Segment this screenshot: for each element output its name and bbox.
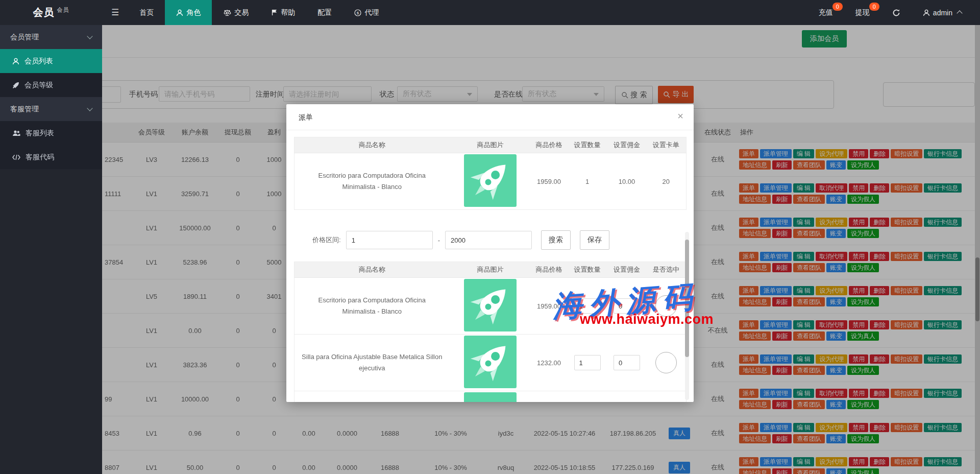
price-range-label: 价格区间:: [312, 235, 341, 245]
qty-input[interactable]: [574, 355, 601, 370]
app-logo-text: 会员: [33, 7, 55, 18]
nav-item-label: 首页: [139, 8, 154, 17]
code-icon: [12, 154, 20, 160]
table-header-row: 商品名称 商品图片 商品价格 设置数量 设置佣金 是否选中: [295, 262, 687, 278]
column-header: 商品名称: [295, 262, 450, 278]
column-header: 是否选中: [646, 262, 687, 278]
modal-body: 商品名称 商品图片 商品价格 设置数量 设置佣金 设置卡单 Escritorio…: [286, 130, 694, 402]
column-header: 设置佣金: [608, 137, 646, 153]
sidebar-item-member-list[interactable]: 会员列表: [0, 49, 102, 73]
withdraw-label: 提现: [855, 8, 870, 17]
table-row: Escritorio para Computadora Oficina Mini…: [295, 278, 687, 335]
product-price: 1959.00: [531, 278, 567, 335]
modal-save-button[interactable]: 保存: [580, 230, 609, 250]
sidebar: 会员管理 会员列表 会员等级 客服管理 客服列表 客服代码: [0, 25, 102, 474]
level-icon: [12, 82, 19, 89]
sidebar-item-member-level[interactable]: 会员等级: [0, 73, 102, 97]
column-header: 商品图片: [450, 137, 531, 153]
svg-text:$: $: [357, 11, 359, 15]
chevron-up-icon: [957, 10, 962, 16]
price-from-input[interactable]: [346, 231, 433, 249]
price-range-row: 价格区间: - 搜索 保存: [294, 230, 686, 250]
rocket-product-image: [464, 392, 517, 402]
product-name: Escritorio para Computadora Oficina Mini…: [295, 153, 450, 210]
dispatch-product-table: 商品名称 商品图片 商品价格 设置数量 设置佣金 是否选中 Escritorio…: [294, 262, 687, 402]
nav-item-roles[interactable]: 角色: [165, 0, 212, 25]
column-header: 设置数量: [567, 262, 608, 278]
product-commission: 10.00: [608, 153, 646, 210]
nav-item-agent[interactable]: $ 代理: [343, 0, 390, 25]
recharge-label: 充值: [819, 8, 833, 17]
withdraw-badge: 0: [869, 3, 879, 11]
sidebar-item-label: 会员等级: [24, 81, 53, 90]
column-header: 设置佣金: [608, 262, 646, 278]
product-name: [295, 391, 450, 402]
select-radio[interactable]: [655, 295, 677, 317]
nav-item-label: 角色: [186, 8, 201, 17]
sidebar-group-label: 会员管理: [10, 33, 39, 42]
table-row: [295, 391, 687, 402]
username-label: admin: [933, 9, 952, 17]
chevron-down-icon: [87, 105, 92, 111]
qty-input[interactable]: [574, 298, 601, 314]
users-icon: [12, 130, 20, 137]
rocket-product-image: [464, 154, 517, 207]
sidebar-item-label: 会员列表: [24, 57, 53, 66]
commission-input[interactable]: [614, 298, 640, 314]
dollar-circle-icon: $: [354, 9, 361, 16]
sidebar-item-service-list[interactable]: 客服列表: [0, 121, 102, 145]
nav-item-config[interactable]: 配置: [306, 0, 343, 25]
modal-title: 派单: [299, 113, 313, 122]
withdraw-button[interactable]: 提现0: [844, 0, 881, 25]
product-name: Escritorio para Computadora Oficina Mini…: [295, 278, 450, 335]
product-qty: 1: [567, 153, 608, 210]
column-header: 设置卡单: [646, 137, 687, 153]
sidebar-item-label: 客服代码: [26, 153, 54, 162]
nav-item-label: 配置: [317, 8, 332, 17]
recharge-badge: 0: [832, 3, 843, 11]
refresh-button[interactable]: [881, 0, 912, 25]
close-icon[interactable]: ×: [677, 111, 683, 121]
menu-collapse-icon[interactable]: ☰: [102, 0, 128, 25]
product-price: [531, 391, 567, 402]
commission-input[interactable]: [614, 355, 640, 370]
product-image: [464, 201, 517, 208]
app-logo-sub: 会员: [57, 7, 69, 13]
rocket-product-image: [464, 279, 517, 331]
navbar-right: 充值0 提现0 admin: [807, 0, 980, 25]
column-header: 商品价格: [531, 137, 567, 153]
sidebar-group-service-mgmt[interactable]: 客服管理: [0, 97, 102, 121]
column-header: 商品图片: [450, 262, 531, 278]
select-radio[interactable]: [655, 352, 677, 373]
nav-item-trade[interactable]: 交易: [212, 0, 260, 25]
nav-item-label: 交易: [234, 8, 249, 17]
refresh-icon: [892, 9, 900, 17]
app-logo: 会员会员: [0, 6, 102, 19]
sidebar-item-label: 客服列表: [26, 129, 54, 138]
person-icon: [176, 9, 183, 16]
table-row: Silla para Oficina Ajustable Base Metali…: [295, 335, 687, 391]
flag-icon: [271, 9, 278, 16]
column-header: 设置数量: [567, 137, 608, 153]
price-to-input[interactable]: [445, 231, 532, 249]
product-price: 1959.00: [531, 153, 567, 210]
recharge-button[interactable]: 充值0: [807, 0, 844, 25]
modal-scrollbar: [685, 232, 689, 400]
sidebar-group-member-mgmt[interactable]: 会员管理: [0, 25, 102, 49]
user-icon: [12, 58, 19, 65]
modal-search-button[interactable]: 搜索: [541, 230, 571, 250]
dispatch-current-table: 商品名称 商品图片 商品价格 设置数量 设置佣金 设置卡单 Escritorio…: [294, 137, 687, 210]
table-row: Escritorio para Computadora Oficina Mini…: [295, 153, 687, 210]
sidebar-item-service-code[interactable]: 客服代码: [0, 145, 102, 169]
price-range-dash: -: [438, 236, 440, 244]
dispatch-modal: 派单 × 商品名称 商品图片 商品价格 设置数量 设置佣金 设置卡单 Escri…: [286, 104, 694, 402]
chevron-down-icon: [87, 33, 92, 39]
modal-scrollbar-thumb[interactable]: [685, 240, 689, 357]
nav-item-home[interactable]: 首页: [128, 0, 165, 25]
column-header: 商品价格: [531, 262, 567, 278]
table-header-row: 商品名称 商品图片 商品价格 设置数量 设置佣金 设置卡单: [295, 137, 687, 153]
person-icon: [923, 9, 930, 16]
nav-item-label: 代理: [364, 8, 379, 17]
user-menu[interactable]: admin: [912, 0, 973, 25]
nav-item-help[interactable]: 帮助: [260, 0, 306, 25]
